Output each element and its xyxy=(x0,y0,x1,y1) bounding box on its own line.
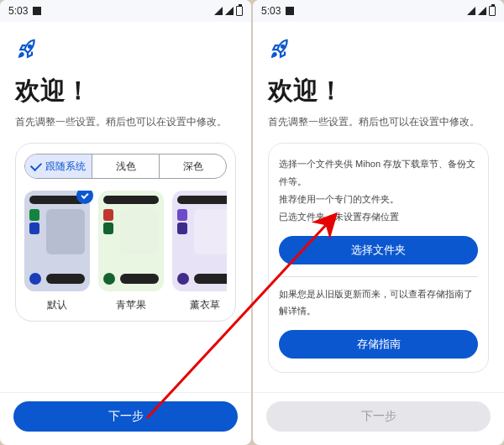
select-folder-label: 选择文件夹 xyxy=(351,243,406,258)
storage-selected-value: 未设置存储位置 xyxy=(334,212,399,222)
storage-guide-label: 存储指南 xyxy=(357,337,401,352)
theme-mode-label: 浅色 xyxy=(116,160,136,174)
theme-preview-card xyxy=(98,191,164,291)
storage-selected-line: 已选文件夹：未设置存储位置 xyxy=(279,208,478,226)
storage-desc-1: 选择一个文件夹供 Mihon 存放下载章节、备份文件等。 xyxy=(279,155,478,191)
storage-settings-card: 选择一个文件夹供 Mihon 存放下载章节、备份文件等。 推荐使用一个专门的文件… xyxy=(268,143,489,373)
theme-mode-system[interactable]: 跟随系统 xyxy=(25,154,92,178)
divider xyxy=(279,276,478,277)
bottom-bar: 下一步 xyxy=(0,392,251,445)
page-subtitle: 首先调整一些设置。稍后也可以在设置中修改。 xyxy=(15,115,236,129)
onboarding-screen-theme: 5:03 欢迎！ 首先调整一些设置。稍后也可以在设置中修改。 xyxy=(0,0,251,445)
check-icon xyxy=(30,159,42,170)
status-bar: 5:03 xyxy=(253,0,504,22)
select-folder-button[interactable]: 选择文件夹 xyxy=(279,236,478,264)
signal-icon xyxy=(214,7,223,15)
next-button-label: 下一步 xyxy=(108,409,144,424)
battery-icon xyxy=(236,6,243,16)
next-button[interactable]: 下一步 xyxy=(13,401,238,432)
svg-point-0 xyxy=(29,45,31,48)
theme-label: 薰衣草 xyxy=(190,298,220,312)
next-button-disabled: 下一步 xyxy=(266,401,491,432)
theme-option-default[interactable]: 默认 xyxy=(24,191,90,312)
theme-preview-card xyxy=(24,191,90,291)
theme-mode-segmented: 跟随系统 浅色 深色 xyxy=(24,154,227,179)
bottom-bar: 下一步 xyxy=(253,392,504,445)
theme-label: 青苹果 xyxy=(116,298,146,312)
signal-icon xyxy=(467,7,475,15)
storage-guide-button[interactable]: 存储指南 xyxy=(279,330,478,359)
theme-mode-light[interactable]: 浅色 xyxy=(92,154,160,178)
status-time: 5:03 xyxy=(261,5,281,17)
selected-check-icon xyxy=(76,191,93,204)
storage-desc-2: 推荐使用一个专门的文件夹。 xyxy=(279,191,478,208)
wifi-icon xyxy=(225,7,234,15)
onboarding-screen-storage: 5:03 欢迎！ 首先调整一些设置。稍后也可以在设置中修改。 xyxy=(253,0,504,445)
next-button-label: 下一步 xyxy=(361,409,396,424)
wifi-icon xyxy=(478,7,486,15)
theme-preview-card xyxy=(172,191,227,291)
page-subtitle: 首先调整一些设置。稍后也可以在设置中修改。 xyxy=(268,115,489,129)
theme-mode-label: 跟随系统 xyxy=(45,160,86,174)
status-bar: 5:03 xyxy=(0,0,251,22)
battery-icon xyxy=(489,6,496,16)
theme-option-lavender[interactable]: 薰衣草 xyxy=(172,191,227,312)
status-indicator-icon xyxy=(286,7,294,15)
theme-mode-dark[interactable]: 深色 xyxy=(160,154,226,178)
rocket-icon xyxy=(268,37,489,65)
theme-preview-row[interactable]: 默认 xyxy=(24,191,227,312)
rocket-icon xyxy=(15,37,236,65)
storage-migrate-text: 如果您是从旧版更新而来，可以查看存储指南了解详情。 xyxy=(279,285,478,321)
theme-label: 默认 xyxy=(47,298,67,312)
theme-settings-card: 跟随系统 浅色 深色 xyxy=(15,143,236,322)
page-title: 欢迎！ xyxy=(268,74,489,108)
storage-selected-prefix: 已选文件夹： xyxy=(279,212,334,222)
status-indicator-icon xyxy=(33,7,41,15)
status-time: 5:03 xyxy=(8,5,28,17)
page-title: 欢迎！ xyxy=(15,74,236,108)
theme-option-green-apple[interactable]: 青苹果 xyxy=(98,191,164,312)
svg-point-1 xyxy=(281,45,284,48)
theme-mode-label: 深色 xyxy=(183,160,203,174)
